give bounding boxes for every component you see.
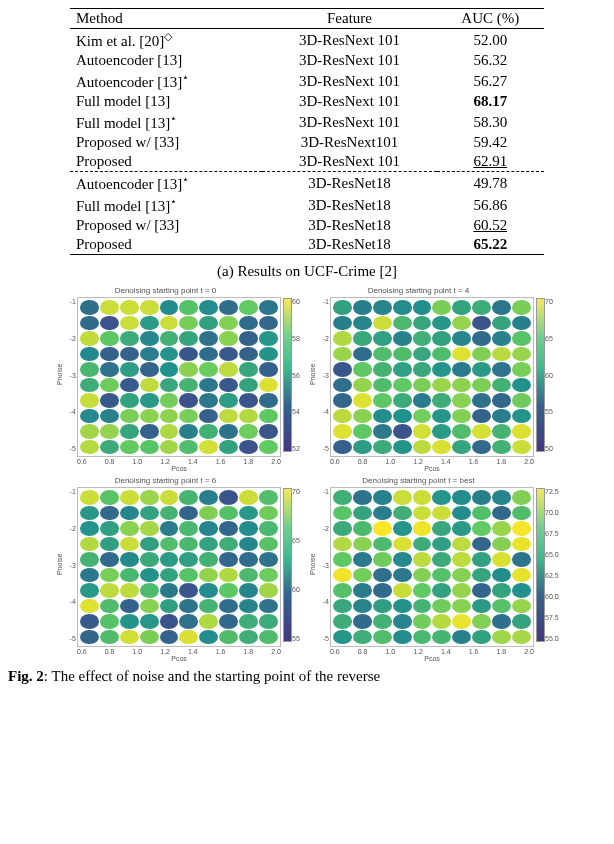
data-point <box>373 614 392 629</box>
data-point <box>219 409 238 424</box>
data-point <box>333 537 352 552</box>
data-point <box>100 409 119 424</box>
data-point <box>413 300 432 315</box>
data-point <box>100 521 119 536</box>
data-point <box>199 440 218 455</box>
data-point <box>492 409 511 424</box>
data-point <box>100 568 119 583</box>
data-point <box>512 552 531 567</box>
data-point <box>373 331 392 346</box>
data-point <box>219 424 238 439</box>
data-point <box>413 506 432 521</box>
data-point <box>492 568 511 583</box>
data-point <box>120 424 139 439</box>
data-point <box>140 630 159 645</box>
data-point <box>160 537 179 552</box>
data-point <box>432 316 451 331</box>
table-row: Proposed w/ [33]3D-ResNet1860.52 <box>70 216 544 235</box>
data-point <box>179 378 198 393</box>
data-point <box>432 630 451 645</box>
data-point <box>199 378 218 393</box>
data-point <box>472 506 491 521</box>
cell-feature: 3D-ResNext 101 <box>262 152 436 172</box>
data-point <box>259 599 278 614</box>
data-point <box>512 568 531 583</box>
data-point <box>373 393 392 408</box>
cell-auc: 62.91 <box>437 152 544 172</box>
table-row: Proposed3D-ResNext 10162.91 <box>70 152 544 172</box>
data-point <box>353 378 372 393</box>
data-point <box>160 614 179 629</box>
data-point <box>353 393 372 408</box>
cell-method: Full model [13]⋆ <box>70 194 262 216</box>
table-row: Full model [13]⋆3D-ResNext 10158.30 <box>70 111 544 133</box>
data-point <box>492 506 511 521</box>
data-point <box>140 300 159 315</box>
data-point <box>472 316 491 331</box>
data-point <box>259 521 278 536</box>
data-point <box>120 393 139 408</box>
cell-method: Autoencoder [13]⋆ <box>70 172 262 195</box>
cell-auc: 52.00 <box>437 29 544 52</box>
data-point <box>452 362 471 377</box>
data-point <box>472 409 491 424</box>
data-point <box>160 630 179 645</box>
subcaption-a: (a) Results on UCF-Crime [2] <box>0 263 614 280</box>
data-point <box>140 331 159 346</box>
data-point <box>160 300 179 315</box>
data-point <box>333 424 352 439</box>
data-point <box>219 378 238 393</box>
y-axis-label: Pnoise <box>56 476 65 662</box>
data-point <box>373 506 392 521</box>
data-point <box>160 506 179 521</box>
data-point <box>100 378 119 393</box>
data-point <box>472 331 491 346</box>
data-point <box>413 393 432 408</box>
data-point <box>259 440 278 455</box>
data-point <box>333 552 352 567</box>
data-point <box>100 630 119 645</box>
y-axis-label: Pnoise <box>309 476 318 662</box>
data-point <box>373 583 392 598</box>
table-row: Kim et al. [20]◇3D-ResNext 10152.00 <box>70 29 544 52</box>
data-point <box>452 599 471 614</box>
data-point <box>333 362 352 377</box>
data-point <box>492 362 511 377</box>
data-point <box>199 552 218 567</box>
data-point <box>259 378 278 393</box>
y-ticks: -1-2-3-4-5 <box>318 286 330 472</box>
cell-method: Autoencoder [13] <box>70 51 262 70</box>
data-point <box>452 331 471 346</box>
cell-auc: 59.42 <box>437 133 544 152</box>
cell-auc: 68.17 <box>437 92 544 111</box>
data-point <box>333 521 352 536</box>
data-point <box>80 506 99 521</box>
data-point <box>472 393 491 408</box>
data-point <box>452 378 471 393</box>
data-point <box>413 614 432 629</box>
data-point <box>452 506 471 521</box>
data-point <box>239 599 258 614</box>
data-point <box>140 490 159 505</box>
x-ticks: 0.60.81.01.21.41.61.82.0 <box>77 457 281 465</box>
y-ticks: -1-2-3-4-5 <box>318 476 330 662</box>
data-point <box>219 331 238 346</box>
data-point <box>432 537 451 552</box>
data-point <box>199 583 218 598</box>
data-point <box>259 409 278 424</box>
data-point <box>140 537 159 552</box>
data-point <box>160 347 179 362</box>
data-point <box>512 362 531 377</box>
data-point <box>100 537 119 552</box>
data-point <box>373 378 392 393</box>
data-point <box>472 347 491 362</box>
cell-auc: 65.22 <box>437 235 544 255</box>
data-point <box>432 331 451 346</box>
data-point <box>219 614 238 629</box>
data-point <box>239 300 258 315</box>
data-point <box>512 630 531 645</box>
data-point <box>179 614 198 629</box>
data-point <box>452 347 471 362</box>
data-point <box>373 316 392 331</box>
data-point <box>413 568 432 583</box>
